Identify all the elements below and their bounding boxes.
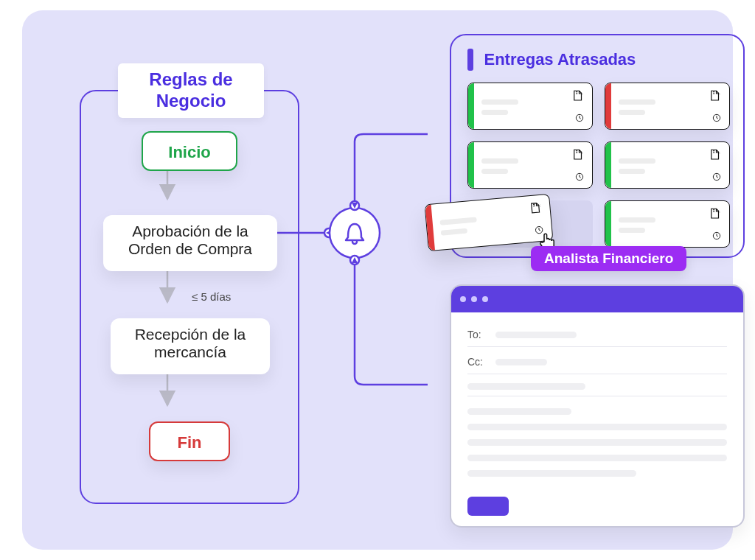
diagram-canvas: Reglas de Negocio Inicio Aprobación de l… (22, 10, 733, 550)
placeholder-bar (495, 359, 547, 365)
svg-text::: : (719, 91, 720, 96)
clock-icon (711, 172, 722, 182)
svg-text::: : (719, 209, 720, 214)
email-titlebar (451, 286, 743, 312)
traffic-dot (460, 296, 466, 302)
role-pill: Analista Financiero (531, 246, 686, 271)
flow-node-approval: Aprobación de la Orden de Compra (103, 215, 277, 271)
clock-icon (711, 113, 722, 123)
svg-text::: : (582, 91, 582, 96)
status-stripe (605, 201, 611, 247)
panel-accent (467, 49, 473, 71)
svg-text::: : (582, 150, 582, 155)
svg-text::: : (719, 150, 720, 155)
traffic-dot (471, 296, 477, 302)
placeholder-bar (467, 408, 571, 415)
delivery-card[interactable]: : (467, 141, 593, 189)
document-icon: : (571, 148, 585, 161)
status-stripe (468, 142, 474, 188)
email-to-label: To: (467, 329, 488, 340)
document-icon: : (529, 201, 543, 216)
rules-title: Reglas de Negocio (118, 63, 264, 118)
deliveries-title: Entregas Atrasadas (484, 50, 636, 69)
placeholder-bar (467, 455, 727, 461)
delivery-card[interactable]: : (605, 200, 730, 248)
email-cc-label: Cc: (467, 356, 488, 368)
clock-icon (574, 113, 585, 123)
clock-icon (711, 231, 722, 241)
document-icon: : (709, 89, 722, 102)
delivery-card[interactable]: : (467, 83, 593, 130)
delivery-card[interactable]: : (605, 141, 730, 189)
status-stripe (605, 142, 611, 188)
sla-label: ≤ 5 días (192, 290, 231, 303)
status-stripe (468, 83, 474, 129)
email-send-button[interactable] (467, 497, 509, 516)
status-stripe (605, 83, 611, 129)
placeholder-bar (467, 383, 585, 390)
flow-node-receive: Recepción de la mercancía (111, 318, 270, 374)
flow-node-start: Inicio (142, 131, 237, 171)
document-icon: : (571, 89, 585, 102)
flow-node-end: Fin (149, 421, 230, 461)
placeholder-bar (495, 332, 577, 338)
document-icon: : (709, 148, 722, 161)
document-icon: : (709, 207, 722, 220)
clock-icon (574, 172, 585, 182)
placeholder-bar (467, 470, 636, 477)
delivery-card[interactable]: : (605, 83, 730, 130)
placeholder-bar (467, 439, 727, 446)
email-window: To: Cc: (450, 284, 745, 528)
traffic-dot (482, 296, 488, 302)
svg-point-8 (330, 208, 380, 258)
placeholder-bar (467, 424, 727, 430)
svg-text::: : (539, 203, 540, 207)
